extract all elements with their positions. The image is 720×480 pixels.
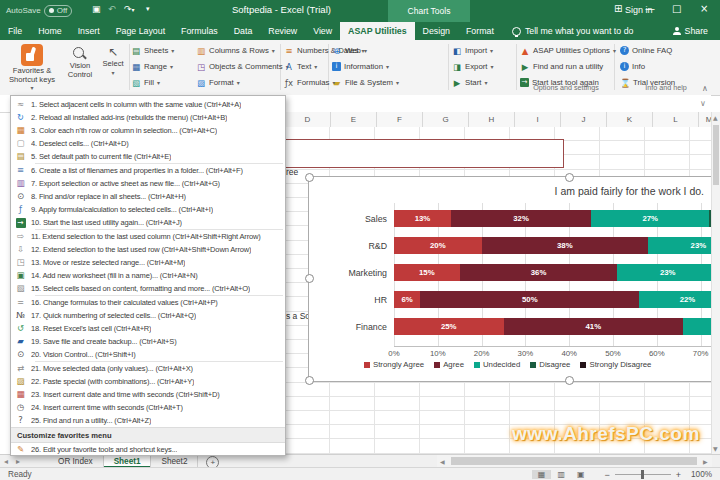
ribbon-button-fill[interactable]: ▧Fill▾ (131, 75, 174, 90)
ribbon-tab-asap-utilities[interactable]: ASAP Utilities (340, 22, 415, 40)
menu-item-22[interactable]: ▨22. Paste special (with combinations)..… (11, 375, 285, 388)
column-header-E[interactable]: E (331, 112, 377, 127)
bar-segment[interactable]: 38% (482, 237, 648, 254)
column-header-K[interactable]: K (607, 112, 653, 127)
bar-segment[interactable]: 50% (420, 291, 639, 308)
menu-item-16[interactable]: =16. Change formulas to their calculated… (11, 296, 285, 309)
menu-item-9[interactable]: ƒ9. Apply formula/calculation to selecte… (11, 203, 285, 216)
save-icon[interactable]: ▣ (92, 4, 101, 14)
zoom-in-icon[interactable]: + (676, 470, 681, 480)
menu-item-10[interactable]: →10. Start the last used utility again..… (11, 216, 285, 229)
bar-segment[interactable]: 13% (394, 210, 451, 227)
bar-segment[interactable]: 23% (648, 237, 712, 254)
legend-item[interactable]: Strongly Disagree (580, 360, 651, 369)
maximize-icon[interactable]: □ (672, 3, 681, 14)
column-header-H[interactable]: H (469, 112, 515, 127)
bar-segment[interactable]: 36% (460, 264, 618, 281)
menu-item-14[interactable]: ▣14. Add new worksheet (fill in a name).… (11, 269, 285, 282)
menu-item-3[interactable]: ▦3. Color each n'th row or column in sel… (11, 124, 285, 137)
ribbon-tab-view[interactable]: View (305, 22, 340, 40)
chart-resize-handle[interactable] (305, 173, 314, 182)
column-headers[interactable]: DEFGHIJKLM (285, 112, 711, 128)
chart-bar-finance[interactable]: 25%41%17% (394, 318, 712, 335)
column-header-L[interactable]: L (653, 112, 699, 127)
chart-resize-handle[interactable] (305, 274, 314, 283)
column-header-I[interactable]: I (515, 112, 561, 127)
ribbon-tab-review[interactable]: Review (260, 22, 305, 40)
ribbon-tab-formulas[interactable]: Formulas (173, 22, 226, 40)
ribbon-tab-page-layout[interactable]: Page Layout (108, 22, 173, 40)
bar-segment[interactable]: 20% (394, 237, 482, 254)
ribbon-button-information[interactable]: iInformation▾ (332, 59, 399, 74)
ribbon-button-format[interactable]: ▨Format▾ (196, 75, 289, 90)
menu-item-17[interactable]: №17. Quick numbering of selected cells..… (11, 309, 285, 322)
chart-resize-handle[interactable] (305, 376, 314, 385)
chart-resize-handle[interactable] (565, 173, 574, 182)
bar-segment[interactable]: 27% (591, 210, 709, 227)
column-header-F[interactable]: F (377, 112, 423, 127)
expand-formula-bar-icon[interactable]: ∨ (700, 99, 706, 108)
page-break-view-icon[interactable]: ▣ (571, 470, 591, 479)
horizontal-scroll-thumb[interactable] (451, 457, 697, 465)
close-icon[interactable]: × (700, 3, 708, 14)
menu-item-2[interactable]: ↻2. Reload all installed add-ins (rebuil… (11, 111, 285, 124)
zoom-out-icon[interactable]: − (605, 470, 610, 480)
ribbon-button-file-system[interactable]: ▰File & System▾ (332, 75, 399, 90)
bar-segment[interactable]: 41% (504, 318, 684, 335)
menu-item-6[interactable]: ≡6. Create a list of filenames and prope… (11, 164, 285, 177)
bar-segment[interactable]: 23% (617, 264, 712, 281)
zoom-percentage[interactable]: 100% (691, 470, 720, 479)
ribbon-button-range[interactable]: ▦Range▾ (131, 59, 174, 74)
bar-segment[interactable]: 32% (451, 210, 591, 227)
column-header-D[interactable]: D (285, 112, 331, 127)
share-button[interactable]: Share (661, 22, 720, 40)
bar-segment[interactable]: 22% (639, 291, 712, 308)
scroll-left-icon[interactable]: ◀ (440, 458, 445, 465)
ribbon-button-columns-rows[interactable]: ▥Columns & Rows▾ (196, 43, 289, 58)
menu-item-11[interactable]: ⇨11. Extend selection to the last used c… (11, 230, 285, 243)
ribbon-tab-format[interactable]: Format (458, 22, 502, 40)
column-header-J[interactable]: J (561, 112, 607, 127)
ribbon-button-sheets[interactable]: ▤Sheets▾ (131, 43, 174, 58)
zoom-slider[interactable] (615, 474, 671, 475)
merged-cell-box[interactable] (285, 139, 564, 168)
ribbon-tab-design[interactable]: Design (415, 22, 458, 40)
menu-item-18[interactable]: ↺18. Reset Excel's last cell (Ctrl+Alt+R… (11, 322, 285, 335)
chart-bar-sales[interactable]: 13%32%27% (394, 210, 712, 227)
menu-item-15[interactable]: ▧15. Select cells based on content, form… (11, 282, 285, 295)
chart-bar-r-d[interactable]: 20%38%23% (394, 237, 712, 254)
vertical-scrollbar[interactable]: ▲ ▼ (711, 112, 720, 454)
legend-item[interactable]: Agree (434, 360, 464, 369)
minimize-icon[interactable]: — (645, 3, 655, 14)
ribbon-button-web[interactable]: ⊕Web▾ (332, 43, 399, 58)
menu-item-13[interactable]: ◳13. Move or resize selected range... (C… (11, 256, 285, 269)
ribbon-tab-insert[interactable]: Insert (70, 22, 108, 40)
menu-item-21[interactable]: ⇄21. Move selected data (only values)...… (11, 362, 285, 375)
zoom-slider-handle[interactable] (641, 470, 644, 479)
customize-qat-icon[interactable]: ▾ (146, 5, 150, 13)
ribbon-button-start[interactable]: ▶Start▾ (452, 75, 494, 90)
autosave-toggle[interactable]: AutoSave Off (6, 4, 72, 17)
ribbon-tab-home[interactable]: Home (30, 22, 69, 40)
menu-item-7[interactable]: ▥7. Export selection or active sheet as … (11, 177, 285, 190)
column-header-G[interactable]: G (423, 112, 469, 127)
ribbon-button-objects-comments[interactable]: ◳Objects & Comments▾ (196, 59, 289, 74)
ribbon-button-find-and-run-a-utility[interactable]: ▶Find and run a utility (520, 59, 616, 74)
menu-item-1[interactable]: ≈1. Select adjacent cells in column with… (11, 98, 285, 111)
menu-item-23[interactable]: ▦23. Insert current date and time with s… (11, 388, 285, 401)
menu-item-24[interactable]: ◷24. Insert current time with seconds (C… (11, 401, 285, 414)
ribbon-tab-file[interactable]: File (0, 22, 30, 40)
vision-control-button[interactable]: Vision Control (63, 42, 97, 92)
tell-me-box[interactable]: Tell me what you want to do (502, 22, 644, 40)
redo-icon[interactable]: ↷▾ (124, 4, 135, 14)
undo-icon[interactable]: ↶ (108, 4, 116, 14)
scroll-down-icon[interactable]: ▼ (713, 445, 718, 452)
chart-title[interactable]: I am paid fairly for the work I do. (555, 185, 704, 197)
menu-item-4[interactable]: ▢4. Deselect cells... (Ctrl+Alt+D) (11, 137, 285, 150)
ribbon-button-info[interactable]: iInfo (620, 59, 675, 74)
chart-resize-handle[interactable] (565, 376, 574, 385)
chart-object[interactable]: I am paid fairly for the work I do. 0%10… (308, 176, 713, 382)
normal-view-icon[interactable]: ▦ (532, 470, 552, 479)
menu-item-19[interactable]: ▰19. Save file and create backup... (Ctr… (11, 335, 285, 348)
chart-bar-hr[interactable]: 6%50%22% (394, 291, 712, 308)
